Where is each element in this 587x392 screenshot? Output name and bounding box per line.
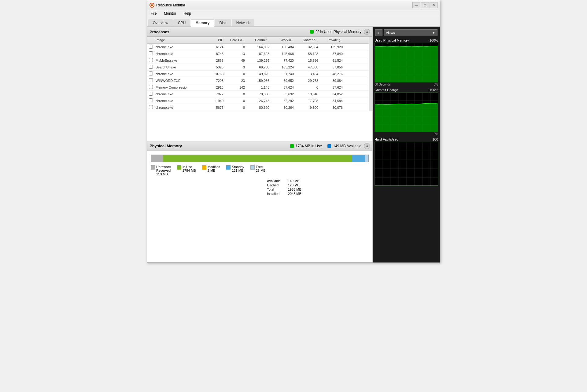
row-checkbox[interactable] [147, 104, 154, 110]
row-shareable: 9,300 [295, 105, 319, 110]
row-pid: 2916 [206, 85, 225, 90]
table-row[interactable]: chrome.exe 8748 13 187,628 145,968 58,12… [147, 50, 369, 57]
minimize-button[interactable]: — [412, 2, 420, 8]
row-private: 34,852 [319, 92, 344, 97]
graph-commit-charge: Commit Charge 100% [375, 88, 438, 136]
table-row[interactable]: chrome.exe 6124 0 164,092 168,484 32,564… [147, 44, 369, 50]
physical-memory-collapse-btn[interactable]: ∧ [364, 143, 370, 149]
table-row[interactable]: MsMpEng.exe 2868 49 139,276 77,420 15,89… [147, 57, 369, 64]
row-image: chrome.exe [154, 45, 206, 49]
row-checkbox[interactable] [147, 57, 154, 63]
processes-status-dot [310, 30, 314, 34]
graph-1-svg [375, 43, 438, 82]
graph-hard-faults: Hard Faults/sec 100 [375, 137, 438, 186]
graph-1-min: 0% [434, 83, 438, 86]
processes-collapse-btn[interactable]: ∧ [364, 29, 370, 35]
col-header-image[interactable]: Image [154, 38, 206, 42]
graph-2-min: 0% [434, 132, 438, 136]
graph-used-physical-memory: Used Physical Memory 100% [375, 38, 438, 86]
row-image: chrome.exe [154, 98, 206, 103]
row-image: chrome.exe [154, 105, 206, 110]
row-hardfaults: 3 [225, 65, 246, 70]
row-checkbox[interactable] [147, 64, 154, 70]
col-header-check [147, 38, 154, 42]
table-row[interactable]: chrome.exe 10768 0 149,820 61,740 13,464… [147, 71, 369, 77]
row-private: 57,856 [319, 65, 344, 70]
row-pid: 2868 [206, 58, 225, 63]
graph-1-canvas [375, 43, 438, 82]
row-commit: 69,788 [246, 65, 271, 70]
row-checkbox[interactable] [147, 91, 154, 97]
row-commit: 139,276 [246, 58, 271, 63]
tab-cpu[interactable]: CPU [173, 19, 190, 26]
row-pid: 5676 [206, 105, 225, 110]
row-image: MsMpEng.exe [154, 58, 206, 63]
row-pid: 6124 [206, 45, 225, 49]
menu-monitor[interactable]: Monitor [161, 11, 179, 16]
row-checkbox[interactable] [147, 44, 154, 50]
row-checkbox[interactable] [147, 78, 154, 83]
row-shareable: 0 [295, 85, 319, 90]
svg-marker-24 [375, 103, 438, 132]
tab-network[interactable]: Network [232, 19, 254, 26]
in-use-label: 1784 MB In Use [296, 144, 322, 148]
bar-hardware [151, 155, 163, 162]
col-header-private[interactable]: Private (... [319, 38, 344, 42]
menu-help[interactable]: Help [181, 11, 194, 16]
tab-overview[interactable]: Overview [148, 19, 173, 26]
legend-modified-value: 2 MB [208, 169, 220, 172]
table-row[interactable]: chrome.exe 7872 0 78,388 53,692 18,840 3… [147, 91, 369, 97]
graph-2-canvas [375, 92, 438, 132]
main-content: Processes 92% Used Physical Memory ∧ Ima… [147, 27, 440, 262]
table-row[interactable]: Memory Compression 2916 142 1,148 37,624… [147, 84, 369, 91]
tab-memory[interactable]: Memory [191, 19, 214, 27]
expand-button[interactable]: › [375, 29, 382, 36]
col-header-commit[interactable]: Commit... [246, 38, 271, 42]
physical-memory-header[interactable]: Physical Memory 1784 MB In Use 149 MB Av… [147, 141, 372, 151]
col-header-pid[interactable]: PID [206, 38, 225, 42]
tab-disk[interactable]: Disk [215, 19, 231, 26]
views-button[interactable]: Views ▼ [384, 29, 437, 36]
graph-3-header: Hard Faults/sec 100 [375, 137, 438, 141]
table-row[interactable]: chrome.exe 5676 0 80,320 30,264 9,300 30… [147, 104, 369, 111]
menu-file[interactable]: File [148, 11, 159, 16]
views-dropdown-icon: ▼ [432, 31, 435, 35]
row-working: 105,224 [271, 65, 295, 70]
title-bar: Resource Monitor — □ ✕ [147, 0, 440, 10]
row-commit: 164,092 [246, 45, 271, 49]
process-table: Image PID Hard Fa... Commit... Workin...… [147, 37, 372, 141]
processes-section-header[interactable]: Processes 92% Used Physical Memory ∧ [147, 27, 372, 37]
processes-status-text: 92% Used Physical Memory [316, 30, 361, 34]
graph-1-footer: 60 Seconds 0% [375, 83, 438, 86]
row-hardfaults: 0 [225, 45, 246, 49]
row-hardfaults: 13 [225, 51, 246, 56]
close-button[interactable]: ✕ [430, 2, 437, 8]
row-private: 34,584 [319, 98, 344, 103]
row-working: 61,740 [271, 71, 295, 76]
col-header-shareable[interactable]: Shareab... [295, 38, 319, 42]
table-scrollbar[interactable] [369, 37, 372, 111]
tab-bar: Overview CPU Memory Disk Network [147, 17, 440, 27]
row-shareable: 15,896 [295, 58, 319, 63]
expand-icon: › [378, 31, 379, 35]
table-row[interactable]: WINWORD.EXE 7208 23 159,056 69,652 29,76… [147, 77, 369, 84]
svg-marker-12 [375, 46, 438, 82]
legend-modified: Modified 2 MB [202, 165, 220, 176]
table-row[interactable]: SearchUI.exe 5320 3 69,788 105,224 47,36… [147, 64, 369, 71]
row-checkbox[interactable] [147, 98, 154, 104]
row-working: 52,292 [271, 98, 295, 103]
bar-free [365, 155, 368, 162]
row-shareable: 32,564 [295, 45, 319, 49]
row-hardfaults: 0 [225, 71, 246, 76]
row-checkbox[interactable] [147, 71, 154, 77]
maximize-button[interactable]: □ [421, 2, 429, 8]
col-header-working[interactable]: Workin... [271, 38, 295, 42]
table-row[interactable]: chrome.exe 11940 0 126,748 52,292 17,708… [147, 97, 369, 104]
col-header-hardfaults[interactable]: Hard Fa... [225, 38, 246, 42]
row-checkbox[interactable] [147, 51, 154, 57]
row-private: 61,524 [319, 58, 344, 63]
row-checkbox[interactable] [147, 84, 154, 90]
row-working: 53,692 [271, 92, 295, 97]
processes-status: 92% Used Physical Memory [310, 30, 361, 34]
legend-in-use: In Use 1784 MB [177, 165, 196, 176]
